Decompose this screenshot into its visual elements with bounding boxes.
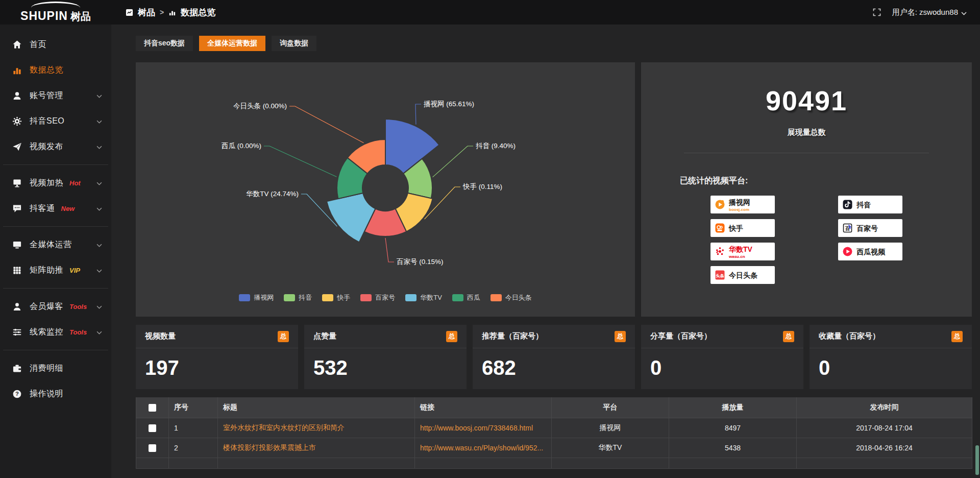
row-checkbox[interactable] <box>149 444 156 452</box>
tab-inquiry-data[interactable]: 询盘数据 <box>272 36 316 51</box>
sidebar-item-member-baoke[interactable]: 会员爆客Tools <box>0 294 111 319</box>
badge-vip: VIP <box>69 267 80 274</box>
sidebar-item-douyin-seo[interactable]: 抖音SEO <box>0 108 111 134</box>
breadcrumb: 树品 > 数据总览 <box>126 7 215 18</box>
col-header-3[interactable]: 平台 <box>552 397 669 418</box>
sidebar-divider <box>3 226 108 227</box>
sidebar-item-matrix-boost[interactable]: 矩阵助推VIP <box>0 257 111 283</box>
user-menu[interactable]: 用户名: zswodun88 <box>892 8 967 17</box>
cell-url-link[interactable]: http://www.boosj.com/7338468.html <box>415 418 552 438</box>
home-icon <box>12 40 22 50</box>
sidebar-item-label: 账号管理 <box>30 90 63 101</box>
rose-slice-4[interactable] <box>327 193 376 242</box>
logo-text-en: SHUPIN <box>20 10 68 22</box>
col-header-4[interactable]: 播放量 <box>669 397 797 418</box>
row-checkbox[interactable] <box>149 424 156 432</box>
col-header-5[interactable]: 发布时间 <box>797 397 972 418</box>
summary-divider <box>684 153 929 153</box>
sidebar-item-label: 首页 <box>30 39 46 50</box>
app-logo[interactable]: SHUPIN 树品 <box>0 0 111 25</box>
stat-card-2: 推荐量（百家号）总682 <box>473 325 635 389</box>
sidebar-item-label: 视频发布 <box>30 141 63 152</box>
legend-item-5[interactable]: 西瓜 <box>452 293 480 302</box>
platform-name: 百家号 <box>856 224 878 232</box>
total-badge[interactable]: 总 <box>615 331 626 342</box>
tab-douyin-seo-data[interactable]: 抖音seo数据 <box>136 36 193 51</box>
tab-media-operation-data[interactable]: 全媒体运营数据 <box>199 36 265 51</box>
rose-chart[interactable]: 播视网 (65.61%)抖音 (9.40%)快手 (0.11%)百家号 (0.1… <box>136 62 635 282</box>
legend-item-2[interactable]: 快手 <box>322 293 350 302</box>
sidebar-divider <box>3 164 108 165</box>
sidebar-item-data-overview[interactable]: 数据总览 <box>0 57 111 83</box>
platform-badge-toutiao[interactable]: 头条今日头条 <box>710 266 775 284</box>
platform-badge-baijiahao[interactable]: 百百家号 <box>838 219 902 237</box>
platform-badge-boosj[interactable]: 播视网boosj.com <box>710 196 775 213</box>
sidebar-item-clue-monitor[interactable]: 线索监控Tools <box>0 319 111 345</box>
legend-item-0[interactable]: 播视网 <box>239 293 274 302</box>
cell-time: 2017-08-24 17:04 <box>797 418 972 438</box>
chevron-down-icon <box>96 266 102 275</box>
sidebar-item-douketong[interactable]: 抖客通New <box>0 196 111 221</box>
fullscreen-icon[interactable] <box>873 8 881 16</box>
platform-column-0: 播视网boosj.com快手华数TVwasu.cn头条今日头条 <box>710 196 775 284</box>
slice-label-2: 快手 (0.11%) <box>462 183 502 190</box>
legend-swatch <box>491 294 502 301</box>
chevron-down-icon <box>96 116 102 126</box>
publish-icon <box>12 142 22 152</box>
sidebar-item-video-publish[interactable]: 视频发布 <box>0 134 111 159</box>
legend-label: 百家号 <box>375 293 395 302</box>
sidebar-item-consume-detail[interactable]: 消费明细 <box>0 355 111 381</box>
username-label: 用户名: zswodun88 <box>892 8 958 17</box>
cell-title-link[interactable]: 室外水纹灯和室内水纹灯的区别和简介 <box>218 418 415 438</box>
cell-time: 2018-04-26 16:24 <box>797 438 972 458</box>
sidebar-item-account-manage[interactable]: 账号管理 <box>0 83 111 108</box>
rose-slice-0[interactable] <box>385 119 439 174</box>
legend-item-4[interactable]: 华数TV <box>405 293 442 302</box>
legend-item-3[interactable]: 百家号 <box>360 293 395 302</box>
platform-badge-wasu[interactable]: 华数TVwasu.cn <box>710 243 775 260</box>
platform-badge-xigua[interactable]: 西瓜视频 <box>838 243 902 260</box>
select-all-checkbox[interactable] <box>149 404 156 412</box>
sidebar-item-label: 全媒体运营 <box>30 240 72 250</box>
platform-name: 今日头条 <box>729 271 757 279</box>
gear-icon <box>12 116 22 126</box>
legend-item-6[interactable]: 今日头条 <box>491 293 532 302</box>
kuaishou-logo-icon <box>715 223 725 233</box>
sidebar-item-operation-guide[interactable]: ?操作说明 <box>0 381 111 407</box>
col-header-2[interactable]: 链接 <box>415 397 552 418</box>
chevron-down-icon <box>96 178 102 187</box>
total-badge[interactable]: 总 <box>951 331 963 342</box>
breadcrumb-home[interactable]: 树品 <box>138 7 155 18</box>
stat-value: 682 <box>473 348 635 379</box>
video-table: 序号标题链接平台播放量发布时间 1室外水纹灯和室内水纹灯的区别和简介http:/… <box>136 397 972 469</box>
cell-url-link[interactable]: http://www.wasu.cn/Play/show/id/952... <box>415 438 552 458</box>
site-icon <box>126 9 133 16</box>
sidebar-item-video-heat[interactable]: 视频加热Hot <box>0 170 111 196</box>
scrollbar-thumb[interactable] <box>975 445 979 475</box>
legend-item-1[interactable]: 抖音 <box>284 293 312 302</box>
platform-badge-douyin[interactable]: 抖音 <box>838 196 902 213</box>
total-badge[interactable]: 总 <box>446 331 457 342</box>
platform-name: 抖音 <box>856 201 871 209</box>
total-badge[interactable]: 总 <box>278 331 289 342</box>
chevron-down-icon <box>96 327 102 337</box>
col-header-0[interactable]: 序号 <box>169 397 218 418</box>
col-header-1[interactable]: 标题 <box>218 397 415 418</box>
sidebar-item-home[interactable]: 首页 <box>0 32 111 57</box>
slice-label-3: 百家号 (0.15%) <box>397 258 444 266</box>
stat-card-3: 分享量（百家号）总0 <box>641 325 803 389</box>
wallet-icon <box>12 364 22 373</box>
cell-title-link[interactable]: 楼体投影灯投影效果震撼上市 <box>218 438 415 458</box>
topbar: SHUPIN 树品 树品 > 数据总览 用户名: zswodun88 <box>0 0 980 25</box>
total-badge[interactable]: 总 <box>783 331 794 342</box>
platforms-title: 已统计的视频平台: <box>680 176 972 186</box>
data-tabs: 抖音seo数据全媒体运营数据询盘数据 <box>136 36 972 51</box>
sidebar-item-label: 数据总览 <box>30 65 63 76</box>
platform-logos: 播视网boosj.com快手华数TVwasu.cn头条今日头条抖音百百家号西瓜视… <box>641 196 972 284</box>
platform-badge-kuaishou[interactable]: 快手 <box>710 219 775 237</box>
grid-icon <box>12 266 22 275</box>
sidebar-item-media-operation[interactable]: 全媒体运营 <box>0 232 111 257</box>
label-line-6 <box>289 106 364 143</box>
summary-panel: 90491 展现量总数 已统计的视频平台: 播视网boosj.com快手华数TV… <box>641 62 972 317</box>
legend-swatch <box>284 294 295 301</box>
